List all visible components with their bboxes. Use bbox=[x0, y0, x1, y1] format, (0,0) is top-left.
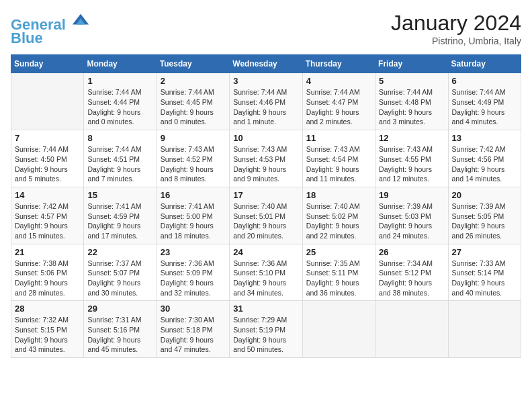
day-cell: 8Sunrise: 7:44 AM Sunset: 4:51 PM Daylig… bbox=[84, 130, 157, 187]
day-cell: 7Sunrise: 7:44 AM Sunset: 4:50 PM Daylig… bbox=[11, 130, 84, 187]
weekday-header-wednesday: Wednesday bbox=[230, 55, 302, 73]
day-number: 15 bbox=[87, 190, 152, 200]
day-info: Sunrise: 7:43 AM Sunset: 4:54 PM Dayligh… bbox=[306, 144, 371, 184]
day-cell bbox=[302, 301, 375, 358]
day-cell bbox=[448, 301, 521, 358]
day-cell: 27Sunrise: 7:33 AM Sunset: 5:14 PM Dayli… bbox=[448, 244, 521, 301]
day-info: Sunrise: 7:41 AM Sunset: 4:59 PM Dayligh… bbox=[87, 201, 152, 241]
day-number: 10 bbox=[233, 133, 298, 143]
day-info: Sunrise: 7:40 AM Sunset: 5:01 PM Dayligh… bbox=[233, 201, 298, 241]
day-info: Sunrise: 7:43 AM Sunset: 4:55 PM Dayligh… bbox=[379, 144, 444, 184]
day-number: 16 bbox=[161, 190, 226, 200]
day-number: 18 bbox=[306, 190, 371, 200]
day-cell: 12Sunrise: 7:43 AM Sunset: 4:55 PM Dayli… bbox=[375, 130, 448, 187]
title-block: January 2024 Pistrino, Umbria, Italy bbox=[391, 11, 521, 46]
day-info: Sunrise: 7:42 AM Sunset: 4:57 PM Dayligh… bbox=[15, 201, 80, 241]
week-row-5: 28Sunrise: 7:32 AM Sunset: 5:15 PM Dayli… bbox=[11, 301, 521, 358]
day-info: Sunrise: 7:39 AM Sunset: 5:03 PM Dayligh… bbox=[379, 201, 444, 241]
day-cell bbox=[11, 73, 84, 130]
day-number: 8 bbox=[87, 133, 152, 143]
day-cell: 5Sunrise: 7:44 AM Sunset: 4:48 PM Daylig… bbox=[375, 73, 448, 130]
day-number: 2 bbox=[161, 76, 226, 86]
day-info: Sunrise: 7:32 AM Sunset: 5:15 PM Dayligh… bbox=[15, 315, 80, 355]
day-info: Sunrise: 7:44 AM Sunset: 4:44 PM Dayligh… bbox=[87, 87, 152, 127]
day-number: 31 bbox=[233, 304, 298, 314]
day-cell: 15Sunrise: 7:41 AM Sunset: 4:59 PM Dayli… bbox=[84, 187, 157, 244]
day-cell: 22Sunrise: 7:37 AM Sunset: 5:07 PM Dayli… bbox=[84, 244, 157, 301]
day-info: Sunrise: 7:40 AM Sunset: 5:02 PM Dayligh… bbox=[306, 201, 371, 241]
day-cell: 21Sunrise: 7:38 AM Sunset: 5:06 PM Dayli… bbox=[11, 244, 84, 301]
day-number: 5 bbox=[379, 76, 444, 86]
weekday-header-thursday: Thursday bbox=[302, 55, 375, 73]
day-info: Sunrise: 7:29 AM Sunset: 5:19 PM Dayligh… bbox=[233, 315, 298, 355]
day-info: Sunrise: 7:44 AM Sunset: 4:50 PM Dayligh… bbox=[15, 144, 80, 184]
day-number: 25 bbox=[306, 247, 371, 257]
weekday-header-row: SundayMondayTuesdayWednesdayThursdayFrid… bbox=[11, 55, 521, 73]
day-number: 24 bbox=[233, 247, 298, 257]
day-cell: 23Sunrise: 7:36 AM Sunset: 5:09 PM Dayli… bbox=[157, 244, 229, 301]
weekday-header-friday: Friday bbox=[375, 55, 448, 73]
day-cell: 4Sunrise: 7:44 AM Sunset: 4:47 PM Daylig… bbox=[302, 73, 375, 130]
day-info: Sunrise: 7:39 AM Sunset: 5:05 PM Dayligh… bbox=[452, 201, 517, 241]
day-cell: 14Sunrise: 7:42 AM Sunset: 4:57 PM Dayli… bbox=[11, 187, 84, 244]
day-cell: 11Sunrise: 7:43 AM Sunset: 4:54 PM Dayli… bbox=[302, 130, 375, 187]
weekday-header-sunday: Sunday bbox=[11, 55, 84, 73]
day-cell: 31Sunrise: 7:29 AM Sunset: 5:19 PM Dayli… bbox=[230, 301, 302, 358]
day-number: 14 bbox=[15, 190, 80, 200]
day-number: 29 bbox=[87, 304, 152, 314]
location: Pistrino, Umbria, Italy bbox=[391, 36, 521, 46]
weekday-header-tuesday: Tuesday bbox=[157, 55, 229, 73]
day-info: Sunrise: 7:38 AM Sunset: 5:06 PM Dayligh… bbox=[15, 259, 80, 298]
day-cell: 3Sunrise: 7:44 AM Sunset: 4:46 PM Daylig… bbox=[230, 73, 302, 130]
day-cell: 16Sunrise: 7:41 AM Sunset: 5:00 PM Dayli… bbox=[157, 187, 229, 244]
day-info: Sunrise: 7:44 AM Sunset: 4:45 PM Dayligh… bbox=[161, 87, 226, 127]
logo-icon bbox=[71, 11, 90, 30]
day-info: Sunrise: 7:35 AM Sunset: 5:11 PM Dayligh… bbox=[306, 259, 371, 298]
page-header: General Blue January 2024 Pistrino, Umbr… bbox=[11, 11, 521, 46]
day-cell: 6Sunrise: 7:44 AM Sunset: 4:49 PM Daylig… bbox=[448, 73, 521, 130]
day-cell bbox=[375, 301, 448, 358]
day-number: 17 bbox=[233, 190, 298, 200]
day-cell: 25Sunrise: 7:35 AM Sunset: 5:11 PM Dayli… bbox=[302, 244, 375, 301]
day-number: 26 bbox=[379, 247, 444, 257]
day-number: 3 bbox=[233, 76, 298, 86]
day-info: Sunrise: 7:44 AM Sunset: 4:51 PM Dayligh… bbox=[87, 144, 152, 184]
day-number: 28 bbox=[15, 304, 80, 314]
day-number: 6 bbox=[452, 76, 517, 86]
day-info: Sunrise: 7:43 AM Sunset: 4:53 PM Dayligh… bbox=[233, 144, 298, 184]
week-row-1: 1Sunrise: 7:44 AM Sunset: 4:44 PM Daylig… bbox=[11, 73, 521, 130]
calendar-table: SundayMondayTuesdayWednesdayThursdayFrid… bbox=[11, 54, 521, 358]
day-number: 23 bbox=[161, 247, 226, 257]
day-number: 19 bbox=[379, 190, 444, 200]
day-cell: 13Sunrise: 7:42 AM Sunset: 4:56 PM Dayli… bbox=[448, 130, 521, 187]
day-number: 11 bbox=[306, 133, 371, 143]
day-number: 9 bbox=[161, 133, 226, 143]
day-cell: 1Sunrise: 7:44 AM Sunset: 4:44 PM Daylig… bbox=[84, 73, 157, 130]
day-number: 30 bbox=[161, 304, 226, 314]
day-number: 4 bbox=[306, 76, 371, 86]
day-info: Sunrise: 7:42 AM Sunset: 4:56 PM Dayligh… bbox=[452, 144, 517, 184]
day-cell: 18Sunrise: 7:40 AM Sunset: 5:02 PM Dayli… bbox=[302, 187, 375, 244]
day-info: Sunrise: 7:44 AM Sunset: 4:46 PM Dayligh… bbox=[233, 87, 298, 127]
day-number: 20 bbox=[452, 190, 517, 200]
weekday-header-saturday: Saturday bbox=[448, 55, 521, 73]
day-info: Sunrise: 7:33 AM Sunset: 5:14 PM Dayligh… bbox=[452, 259, 517, 298]
day-info: Sunrise: 7:31 AM Sunset: 5:16 PM Dayligh… bbox=[87, 315, 152, 355]
day-number: 1 bbox=[87, 76, 152, 86]
day-cell: 19Sunrise: 7:39 AM Sunset: 5:03 PM Dayli… bbox=[375, 187, 448, 244]
day-number: 21 bbox=[15, 247, 80, 257]
day-number: 12 bbox=[379, 133, 444, 143]
week-row-3: 14Sunrise: 7:42 AM Sunset: 4:57 PM Dayli… bbox=[11, 187, 521, 244]
day-cell: 29Sunrise: 7:31 AM Sunset: 5:16 PM Dayli… bbox=[84, 301, 157, 358]
day-number: 27 bbox=[452, 247, 517, 257]
week-row-4: 21Sunrise: 7:38 AM Sunset: 5:06 PM Dayli… bbox=[11, 244, 521, 301]
day-info: Sunrise: 7:44 AM Sunset: 4:48 PM Dayligh… bbox=[379, 87, 444, 127]
day-info: Sunrise: 7:43 AM Sunset: 4:52 PM Dayligh… bbox=[161, 144, 226, 184]
day-cell: 28Sunrise: 7:32 AM Sunset: 5:15 PM Dayli… bbox=[11, 301, 84, 358]
day-cell: 20Sunrise: 7:39 AM Sunset: 5:05 PM Dayli… bbox=[448, 187, 521, 244]
logo: General Blue bbox=[11, 11, 90, 46]
day-number: 13 bbox=[452, 133, 517, 143]
day-cell: 17Sunrise: 7:40 AM Sunset: 5:01 PM Dayli… bbox=[230, 187, 302, 244]
day-number: 7 bbox=[15, 133, 80, 143]
day-info: Sunrise: 7:44 AM Sunset: 4:47 PM Dayligh… bbox=[306, 87, 371, 127]
